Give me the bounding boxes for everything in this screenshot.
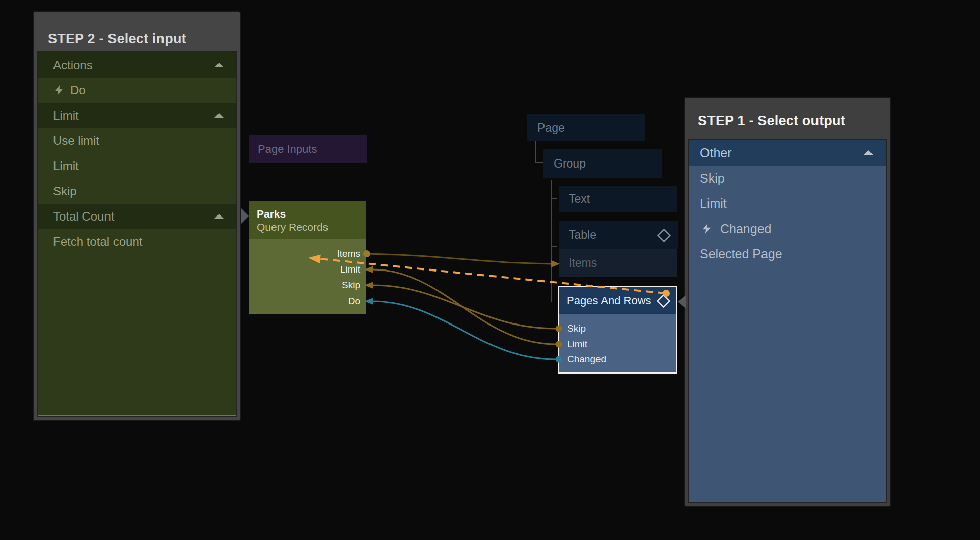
step2-row-label: Do	[70, 83, 86, 97]
step2-row-label: Limit	[53, 159, 79, 173]
step2-row-label: Total Count	[53, 209, 114, 223]
chevron-up-icon	[864, 150, 873, 155]
wire-parks-items-to-table-items[interactable]	[367, 254, 551, 264]
parks-node[interactable]: Parks Query Records ItemsLimitSkipDo	[249, 201, 366, 314]
step2-pointer-triangle-icon	[241, 208, 249, 224]
step2-panel-title: STEP 2 - Select input	[48, 31, 186, 47]
tree-node-page[interactable]: Page	[527, 114, 645, 141]
step2-select-input-panel: STEP 2 - Select input ActionsDoLimitUse …	[34, 12, 240, 420]
step2-row-limit-section[interactable]: Limit	[38, 103, 236, 128]
step2-option-list: ActionsDoLimitUse limitLimitSkipTotal Co…	[38, 52, 236, 416]
tree-connector-line	[536, 141, 543, 163]
wire-changed-to-do[interactable]	[372, 301, 556, 359]
step2-row-total-count[interactable]: Total Count	[38, 204, 236, 229]
parks-node-header: Parks Query Records	[249, 201, 366, 239]
step2-row-label: Actions	[53, 58, 93, 72]
pages-and-rows-port-skip[interactable]: Skip	[567, 323, 586, 334]
step2-row-label: Limit	[53, 109, 79, 122]
parks-port-skip[interactable]: Skip	[342, 280, 360, 291]
step2-row-actions[interactable]: Actions	[38, 52, 236, 78]
step2-row-limit[interactable]: Limit	[38, 153, 236, 179]
tree-node-label: Group	[554, 157, 586, 171]
tree-node-table[interactable]: Table	[559, 221, 678, 249]
pages-and-rows-title: Pages And Rows	[567, 287, 651, 314]
step1-panel-title: STEP 1 - Select output	[698, 113, 845, 129]
parks-node-subtitle: Query Records	[257, 221, 366, 234]
step1-row-label: Skip	[700, 171, 725, 185]
tree-node-label: Table	[569, 228, 596, 242]
flow-editor-canvas: STEP 2 - Select input ActionsDoLimitUse …	[0, 0, 980, 540]
pages-and-rows-port-changed[interactable]: Changed	[567, 354, 606, 365]
pages-and-rows-header: Pages And Rows	[559, 287, 676, 314]
parks-node-title: Parks	[257, 207, 366, 221]
page-inputs-label: Page Inputs	[258, 143, 317, 155]
parks-port-items[interactable]: Items	[337, 248, 360, 259]
step2-row-fetch-total-count[interactable]: Fetch total count	[38, 229, 236, 254]
tree-node-text[interactable]: Text	[559, 186, 677, 212]
diamond-output-icon[interactable]	[657, 294, 670, 308]
lightning-icon	[703, 224, 711, 234]
tree-node-label: Text	[569, 192, 590, 206]
parks-port-do[interactable]: Do	[348, 296, 360, 307]
step1-row-selected-page[interactable]: Selected Page	[689, 241, 886, 266]
step1-select-output-panel: STEP 1 - Select output OtherSkipLimitCha…	[685, 98, 890, 506]
step1-row-limit[interactable]: Limit	[689, 191, 886, 216]
step2-row-label: Fetch total count	[53, 235, 142, 248]
step1-row-other[interactable]: Other	[689, 140, 886, 166]
step1-row-label: Selected Page	[700, 247, 782, 261]
page-inputs-node[interactable]: Page Inputs	[249, 135, 367, 163]
step2-row-label: Use limit	[53, 134, 99, 147]
tree-node-label: Page	[537, 121, 565, 135]
step2-row-skip[interactable]: Skip	[38, 179, 236, 204]
diamond-output-icon[interactable]	[657, 229, 671, 242]
tree-connector-line	[551, 180, 557, 302]
pages-and-rows-port-limit[interactable]: Limit	[567, 339, 587, 350]
step2-row-label: Skip	[53, 184, 77, 198]
wire-skip-to-skip[interactable]	[372, 285, 556, 329]
step2-row-use-limit[interactable]: Use limit	[38, 128, 236, 153]
step1-row-changed[interactable]: Changed	[689, 216, 886, 241]
step1-row-skip[interactable]: Skip	[689, 166, 886, 191]
parks-port-limit[interactable]: Limit	[340, 264, 360, 275]
step1-row-label: Other	[700, 146, 732, 160]
step1-row-label: Changed	[720, 222, 771, 236]
step1-row-label: Limit	[700, 196, 727, 210]
lightning-icon	[55, 85, 63, 96]
wire-limit-to-limit[interactable]	[372, 269, 556, 344]
tree-node-items[interactable]: Items	[559, 249, 677, 277]
step1-option-list: OtherSkipLimitChangedSelected Page	[689, 140, 886, 502]
step2-row-do[interactable]: Do	[38, 78, 236, 103]
pages-and-rows-node[interactable]: Pages And Rows SkipLimitChanged	[558, 286, 677, 374]
tree-node-label: Items	[569, 256, 597, 270]
tree-node-group[interactable]: Group	[543, 149, 662, 178]
chevron-up-icon	[214, 63, 224, 67]
chevron-up-icon	[214, 214, 224, 219]
chevron-up-icon	[214, 113, 224, 118]
